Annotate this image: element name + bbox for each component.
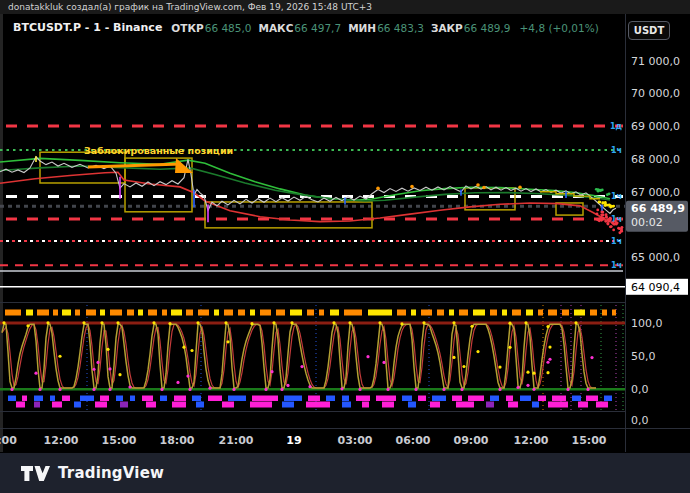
- stoch-signal-dot: [272, 321, 275, 324]
- signal-dot: [518, 185, 522, 189]
- band-bottom-segment: [452, 396, 462, 402]
- scatter-dot: [607, 223, 610, 226]
- band-bottom-segment: [306, 402, 330, 408]
- scatter-dot: [604, 204, 607, 207]
- band-top-segment: [260, 310, 271, 316]
- band-bottom-segment: [146, 402, 156, 408]
- band-bottom-segment: [50, 396, 55, 402]
- scatter-dot: [600, 211, 603, 214]
- stoch-signal-dot: [548, 358, 551, 361]
- band-top-segment: [250, 310, 255, 316]
- chart-canvas[interactable]: 1д1ч1ч1ч1ч1чЗаблокированные позиции71 00…: [0, 0, 690, 493]
- stoch-signal-dot: [2, 321, 5, 324]
- band-bottom-segment: [342, 402, 351, 408]
- scatter-dot: [597, 190, 600, 193]
- ohlc-fields: ОТКР66 485,0МАКС66 497,7МИН66 483,3ЗАКР6…: [171, 22, 510, 34]
- band-top-segment: [148, 310, 157, 316]
- ohlc-field: ЗАКР66 489,9: [431, 22, 511, 34]
- stoch-signal-dot: [188, 388, 191, 391]
- tradingview-logo[interactable]: TradingView: [20, 464, 164, 482]
- stoch-signal-dot: [442, 388, 445, 391]
- band-top-segment: [437, 310, 444, 316]
- band-bottom-segment: [142, 396, 153, 402]
- stoch-signal-dot: [280, 388, 283, 391]
- band-top-segment: [574, 310, 585, 316]
- band-top-segment: [411, 310, 416, 316]
- band-top-segment: [538, 310, 543, 316]
- scatter-dot: [600, 213, 603, 216]
- band-top-segment: [75, 310, 80, 316]
- level-timeframe-tag: 1ч: [611, 261, 622, 270]
- band-top-segment: [276, 310, 285, 316]
- stoch-signal-dot: [10, 388, 13, 391]
- band-top-segment: [490, 310, 497, 316]
- stoch-signal-dot: [208, 387, 211, 390]
- scatter-dot: [599, 201, 602, 204]
- band-bottom-segment: [172, 402, 186, 408]
- stoch-signal-dot: [414, 388, 417, 391]
- band-bottom-segment: [408, 402, 416, 408]
- scatter-dot: [608, 204, 611, 207]
- stoch-signal-dot: [300, 365, 303, 368]
- stoch-signal-dot: [566, 388, 569, 391]
- band-bottom-segment: [16, 402, 25, 408]
- stoch-signal-dot: [526, 384, 529, 387]
- stoch-signal-dot: [532, 388, 535, 391]
- symbol-title[interactable]: BTCUSDT.P - 1 - Binance: [13, 21, 162, 34]
- stoch-signal-dot: [96, 361, 99, 364]
- band-bottom-segment: [538, 396, 546, 402]
- stoch-signal-dot: [190, 349, 193, 352]
- band-bottom-segment: [252, 396, 278, 402]
- band-top-segment: [26, 310, 33, 316]
- time-axis-hitzone[interactable]: [0, 429, 690, 452]
- ohlc-field: МАКС66 497,7: [258, 22, 341, 34]
- band-top-segment: [224, 310, 233, 316]
- level-timeframe-tag: 1д: [610, 122, 623, 131]
- currency-toggle-button[interactable]: USDT: [628, 21, 670, 40]
- scatter-dot: [596, 209, 599, 212]
- stoch-signal-dot: [546, 325, 549, 328]
- signal-dot: [376, 186, 380, 190]
- stoch-signal-dot: [116, 321, 119, 324]
- band-top-segment: [473, 310, 485, 316]
- band-bottom-segment: [586, 396, 598, 402]
- band-bottom-segment: [116, 396, 123, 402]
- band-top-segment: [526, 310, 533, 316]
- scatter-dot: [612, 205, 615, 208]
- band-bottom-segment: [508, 402, 518, 408]
- band-top-segment: [37, 310, 49, 316]
- band-top-segment: [548, 310, 557, 316]
- stoch-signal-dot: [92, 368, 95, 371]
- band-top-segment: [449, 310, 454, 316]
- band-bottom-segment: [552, 396, 566, 402]
- stoch-signal-dot: [452, 321, 455, 324]
- band-bottom-segment: [572, 396, 581, 402]
- stoch-signal-dot: [160, 388, 163, 391]
- level-timeframe-tag: 1ч: [611, 192, 622, 201]
- band-top-segment: [590, 310, 597, 316]
- stoch-signal-dot: [250, 322, 253, 325]
- stoch-signal-dot: [590, 356, 593, 359]
- band-bottom-segment: [196, 402, 204, 408]
- band-top-segment: [138, 310, 143, 316]
- level-timeframe-tag: 1ч: [611, 237, 622, 246]
- stoch-signal-dot: [168, 322, 171, 325]
- band-top-segment: [512, 310, 521, 316]
- band-bottom-segment: [356, 396, 370, 402]
- chart-left-edge: [0, 14, 3, 452]
- stoch-signal-dot: [106, 348, 109, 351]
- tradingview-logo-icon: [20, 465, 50, 482]
- stoch-signal-dot: [108, 388, 111, 391]
- scatter-dot: [617, 227, 620, 230]
- stoch-signal-dot: [176, 381, 179, 384]
- band-top-segment: [330, 310, 339, 316]
- band-bottom-segment: [282, 402, 294, 408]
- stoch-signal-dot: [58, 355, 61, 358]
- chart-legend[interactable]: BTCUSDT.P - 1 - Binance ОТКР66 485,0МАКС…: [13, 21, 599, 34]
- band-top-segment: [198, 310, 209, 316]
- price-axis-hitzone[interactable]: [626, 14, 690, 452]
- stoch-signal-dot: [38, 388, 41, 391]
- band-top-segment: [127, 310, 134, 316]
- credit-text: donatakkluk создал(а) график на TradingV…: [8, 2, 372, 12]
- band-top-segment: [100, 310, 105, 316]
